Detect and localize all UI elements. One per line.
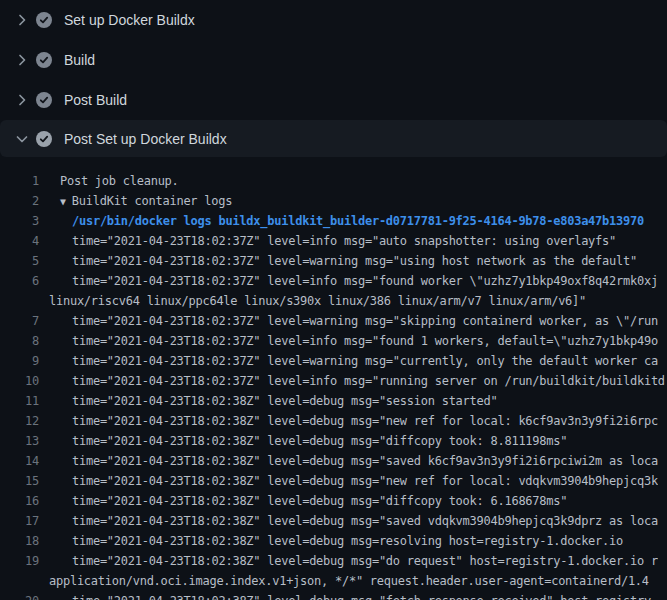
chevron-right-icon bbox=[14, 52, 30, 68]
actions-log-viewer: { "steps": [ { "label": "Set up Docker B… bbox=[0, 0, 667, 600]
log-line: 3 /usr/bin/docker logs buildx_buildkit_b… bbox=[0, 211, 667, 231]
log-line-text: time="2021-04-23T18:02:37Z" level=info m… bbox=[39, 371, 665, 391]
step-label: Set up Docker Buildx bbox=[64, 12, 195, 28]
step-row-build[interactable]: Build bbox=[0, 40, 667, 80]
chevron-right-icon bbox=[14, 92, 30, 108]
log-line-text: time="2021-04-23T18:02:38Z" level=debug … bbox=[39, 451, 658, 471]
chevron-down-icon bbox=[14, 131, 30, 147]
log-line-text: time="2021-04-23T18:02:37Z" level=warnin… bbox=[39, 351, 658, 371]
log-line: 15 time="2021-04-23T18:02:38Z" level=deb… bbox=[0, 471, 667, 491]
log-line-number[interactable]: 16 bbox=[0, 491, 39, 511]
log-line-text: time="2021-04-23T18:02:37Z" level=warnin… bbox=[39, 251, 637, 271]
log-line: 4 time="2021-04-23T18:02:37Z" level=info… bbox=[0, 231, 667, 251]
log-line: 7 time="2021-04-23T18:02:37Z" level=warn… bbox=[0, 311, 667, 331]
log-line-number[interactable]: 20 bbox=[0, 591, 39, 600]
log-line-number[interactable]: 3 bbox=[0, 211, 39, 231]
step-list: Set up Docker Buildx Build Post Build Po… bbox=[0, 0, 667, 157]
log-line: 13 time="2021-04-23T18:02:38Z" level=deb… bbox=[0, 431, 667, 451]
check-circle-icon bbox=[36, 92, 52, 108]
log-line-text: time="2021-04-23T18:02:37Z" level=info m… bbox=[39, 271, 658, 291]
log-output: 1 Post job cleanup. 2 ▼BuildKit containe… bbox=[0, 157, 667, 600]
log-line-number[interactable]: 8 bbox=[0, 331, 39, 351]
log-line-number[interactable]: 17 bbox=[0, 511, 39, 531]
log-line: 20 time="2021-04-23T18:02:38Z" level=deb… bbox=[0, 591, 667, 600]
log-line: 18 time="2021-04-23T18:02:38Z" level=deb… bbox=[0, 531, 667, 551]
log-line-text: time="2021-04-23T18:02:38Z" level=debug … bbox=[39, 411, 658, 431]
step-label: Build bbox=[64, 52, 95, 68]
chevron-right-icon bbox=[14, 12, 30, 28]
log-line-text: time="2021-04-23T18:02:38Z" level=debug … bbox=[39, 591, 658, 600]
log-line-text: time="2021-04-23T18:02:38Z" level=debug … bbox=[39, 431, 567, 451]
log-line-number[interactable]: 18 bbox=[0, 531, 39, 551]
log-line: 8 time="2021-04-23T18:02:37Z" level=info… bbox=[0, 331, 667, 351]
log-line-text: time="2021-04-23T18:02:38Z" level=debug … bbox=[39, 531, 623, 551]
log-line: 2 ▼BuildKit container logs bbox=[0, 191, 667, 211]
log-line: 11 time="2021-04-23T18:02:38Z" level=deb… bbox=[0, 391, 667, 411]
log-line-text: time="2021-04-23T18:02:38Z" level=debug … bbox=[39, 391, 497, 411]
log-line-text: time="2021-04-23T18:02:37Z" level=info m… bbox=[39, 331, 658, 351]
log-line-number[interactable]: 11 bbox=[0, 391, 39, 411]
log-line-text: ▼BuildKit container logs bbox=[39, 191, 232, 211]
log-line-number[interactable]: 19 bbox=[0, 551, 39, 571]
log-line-text: linux/riscv64 linux/ppc64le linux/s390x … bbox=[39, 291, 586, 311]
log-line: 14 time="2021-04-23T18:02:38Z" level=deb… bbox=[0, 451, 667, 471]
step-label: Post Build bbox=[64, 92, 127, 108]
log-line: 12 time="2021-04-23T18:02:38Z" level=deb… bbox=[0, 411, 667, 431]
log-line: 5 time="2021-04-23T18:02:37Z" level=warn… bbox=[0, 251, 667, 271]
step-row-post-setup-docker-buildx[interactable]: Post Set up Docker Buildx bbox=[0, 120, 667, 157]
log-line-text: Post job cleanup. bbox=[39, 171, 179, 191]
log-line-text: time="2021-04-23T18:02:38Z" level=debug … bbox=[39, 511, 658, 531]
collapse-group-triangle-icon[interactable]: ▼ bbox=[60, 192, 66, 211]
step-row-setup-docker-buildx[interactable]: Set up Docker Buildx bbox=[0, 0, 667, 40]
log-line-text: /usr/bin/docker logs buildx_buildkit_bui… bbox=[39, 211, 644, 231]
log-line-number[interactable]: 15 bbox=[0, 471, 39, 491]
log-line-number[interactable]: 6 bbox=[0, 271, 39, 291]
log-line-number[interactable]: 9 bbox=[0, 351, 39, 371]
log-line-number[interactable]: 4 bbox=[0, 231, 39, 251]
log-line-text: time="2021-04-23T18:02:38Z" level=debug … bbox=[39, 491, 567, 511]
log-line: 10 time="2021-04-23T18:02:37Z" level=inf… bbox=[0, 371, 667, 391]
step-row-post-build[interactable]: Post Build bbox=[0, 80, 667, 120]
log-line-text: time="2021-04-23T18:02:38Z" level=debug … bbox=[39, 551, 658, 571]
log-line: 19 time="2021-04-23T18:02:38Z" level=deb… bbox=[0, 551, 667, 571]
log-line-number[interactable]: 7 bbox=[0, 311, 39, 331]
log-line-text: time="2021-04-23T18:02:37Z" level=warnin… bbox=[39, 311, 658, 331]
log-line-number[interactable]: 14 bbox=[0, 451, 39, 471]
log-line-text: time="2021-04-23T18:02:38Z" level=debug … bbox=[39, 471, 658, 491]
log-line-number[interactable]: 5 bbox=[0, 251, 39, 271]
check-circle-icon bbox=[36, 12, 52, 28]
check-circle-icon bbox=[36, 131, 52, 147]
log-line-text: application/vnd.oci.image.index.v1+json,… bbox=[39, 571, 649, 591]
log-line: 9 time="2021-04-23T18:02:37Z" level=warn… bbox=[0, 351, 667, 371]
log-line: application/vnd.oci.image.index.v1+json,… bbox=[0, 571, 667, 591]
log-line-text: time="2021-04-23T18:02:37Z" level=info m… bbox=[39, 231, 616, 251]
log-line: 6 time="2021-04-23T18:02:37Z" level=info… bbox=[0, 271, 667, 291]
log-line-number[interactable]: 1 bbox=[0, 171, 39, 191]
log-line: linux/riscv64 linux/ppc64le linux/s390x … bbox=[0, 291, 667, 311]
log-line-number[interactable]: 2 bbox=[0, 191, 39, 211]
log-line: 17 time="2021-04-23T18:02:38Z" level=deb… bbox=[0, 511, 667, 531]
log-line-number[interactable]: 10 bbox=[0, 371, 39, 391]
log-line: 16 time="2021-04-23T18:02:38Z" level=deb… bbox=[0, 491, 667, 511]
log-line-number[interactable]: 13 bbox=[0, 431, 39, 451]
step-label: Post Set up Docker Buildx bbox=[64, 131, 227, 147]
log-line-number[interactable] bbox=[0, 291, 39, 311]
log-line-number[interactable]: 12 bbox=[0, 411, 39, 431]
log-line: 1 Post job cleanup. bbox=[0, 171, 667, 191]
check-circle-icon bbox=[36, 52, 52, 68]
log-line-number[interactable] bbox=[0, 571, 39, 591]
